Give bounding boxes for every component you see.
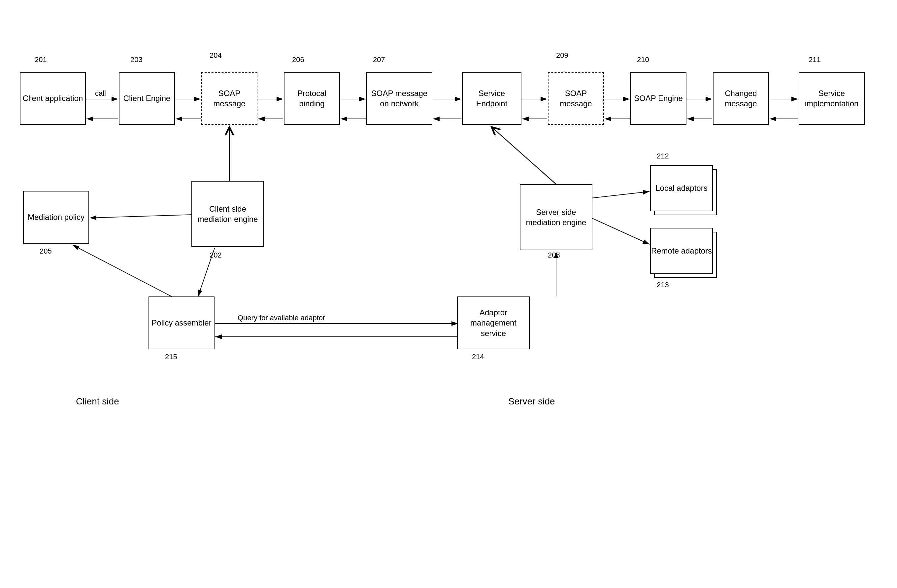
label-204: 204 [210,51,222,60]
label-210: 210 [637,55,649,64]
client-application-box: Client application [20,72,86,125]
soap-engine-label: SOAP Engine [634,93,683,103]
label-203: 203 [130,55,142,64]
policy-assembler-label: Policy assembler [152,318,211,328]
label-208: 208 [548,251,560,259]
remote-adaptors-box: Remote adaptors [650,228,713,274]
label-215: 215 [165,352,177,361]
changed-message-box: Changed message [713,72,769,125]
label-213: 213 [657,281,669,289]
label-214: 214 [472,352,484,361]
local-adaptors-box: Local adaptors [650,165,713,211]
server-mediation-engine-label: Server side mediation engine [520,207,592,228]
label-211: 211 [808,55,821,64]
adaptor-mgmt-label: Adaptor management service [458,307,529,338]
soap-message-204-box: SOAP message [201,72,257,125]
protocol-binding-box: Protocal binding [284,72,340,125]
label-206: 206 [292,55,304,64]
service-endpoint-box: Service Endpoint [462,72,522,125]
client-side-label: Client side [76,396,119,407]
soap-message-209-label: SOAP message [548,88,603,109]
soap-engine-box: SOAP Engine [630,72,686,125]
remote-adaptors-label: Remote adaptors [651,246,712,256]
soap-network-box: SOAP message on network [366,72,432,125]
server-mediation-engine-box: Server side mediation engine [520,184,592,250]
svg-line-21 [492,127,556,184]
soap-message-209-box: SOAP message [548,72,604,125]
query-label: Query for available adaptor [237,314,325,322]
label-209: 209 [556,51,568,60]
label-201: 201 [35,55,47,64]
service-endpoint-label: Service Endpoint [463,88,521,109]
soap-message-204-label: SOAP message [202,88,257,109]
server-side-label: Server side [508,396,555,407]
mediation-policy-box: Mediation policy [23,191,89,243]
adaptor-mgmt-box: Adaptor management service [457,297,530,349]
label-207: 207 [373,55,385,64]
local-adaptors-label: Local adaptors [655,183,707,193]
client-app-label: Client application [23,93,83,103]
client-engine-label: Client Engine [123,93,171,103]
call-label: call [95,89,106,98]
svg-line-20 [90,214,194,218]
label-212: 212 [657,152,669,161]
svg-line-27 [73,245,171,297]
label-205: 205 [40,247,52,256]
changed-message-label: Changed message [713,88,768,109]
client-mediation-engine-label: Client side mediation engine [192,204,263,224]
service-impl-box: Service implementation [799,72,865,125]
diagram-container: 201 203 204 206 207 209 210 211 205 202 … [0,0,897,588]
service-impl-label: Service implementation [799,88,864,109]
mediation-policy-label: Mediation policy [28,212,84,222]
label-202: 202 [210,251,222,259]
policy-assembler-box: Policy assembler [148,297,214,349]
protocol-binding-label: Protocal binding [285,88,339,109]
svg-line-22 [591,191,649,198]
client-mediation-engine-box: Client side mediation engine [191,181,264,247]
client-engine-box: Client Engine [119,72,175,125]
svg-line-23 [591,218,649,244]
soap-network-label: SOAP message on network [367,88,432,109]
